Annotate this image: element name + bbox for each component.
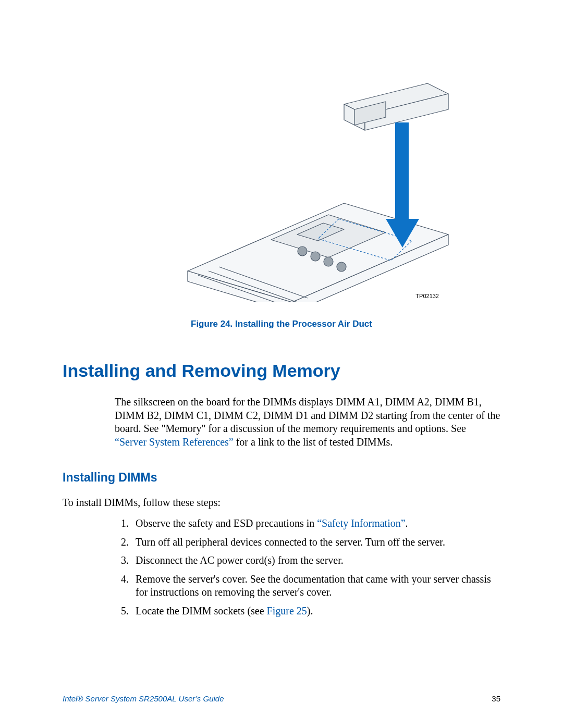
step-3: Disconnect the AC power cord(s) from the… (131, 554, 500, 567)
page-content: TP02132 Figure 24. Installing the Proces… (0, 0, 563, 618)
figure-id: TP02132 (415, 293, 439, 299)
server-system-references-link[interactable]: “Server System References” (115, 436, 234, 448)
figure-caption: Figure 24. Installing the Processor Air … (63, 319, 500, 329)
intro-text-2: for a link to the list of tested DIMMs. (234, 436, 393, 448)
step-5-text-a: Locate the DIMM sockets (see (136, 605, 267, 616)
svg-point-9 (311, 252, 320, 261)
svg-point-10 (324, 257, 333, 266)
subsection-heading: Installing DIMMs (63, 471, 500, 485)
step-1-text-b: . (406, 517, 408, 529)
page-footer: Intel® Server System SR2500AL User’s Gui… (63, 694, 500, 703)
step-5: Locate the DIMM sockets (see Figure 25). (131, 604, 500, 618)
section-heading: Installing and Removing Memory (63, 361, 500, 381)
intro-paragraph: The silkscreen on the board for the DIMM… (115, 396, 500, 449)
step-5-text-b: ). (307, 605, 313, 616)
safety-information-link[interactable]: “Safety Information” (317, 517, 405, 529)
step-1-text-a: Observe the safety and ESD precautions i… (136, 517, 317, 529)
footer-page-number: 35 (492, 694, 500, 703)
steps-intro: To install DIMMs, follow these steps: (63, 496, 500, 510)
svg-point-8 (298, 246, 307, 256)
svg-rect-17 (395, 122, 409, 221)
step-1: Observe the safety and ESD precautions i… (131, 517, 500, 530)
intro-text-1: The silkscreen on the board for the DIMM… (115, 396, 500, 434)
footer-doc-title: Intel® Server System SR2500AL User’s Gui… (63, 694, 224, 703)
figure-area: TP02132 Figure 24. Installing the Proces… (63, 73, 500, 329)
steps-list: Observe the safety and ESD precautions i… (131, 517, 500, 618)
step-2: Turn off all peripheral devices connecte… (131, 536, 500, 549)
figure-25-link[interactable]: Figure 25 (267, 605, 307, 616)
step-4: Remove the server's cover. See the docum… (131, 573, 500, 599)
svg-point-11 (337, 262, 346, 272)
server-diagram-placeholder (167, 73, 459, 302)
figure-image: TP02132 (167, 73, 459, 302)
